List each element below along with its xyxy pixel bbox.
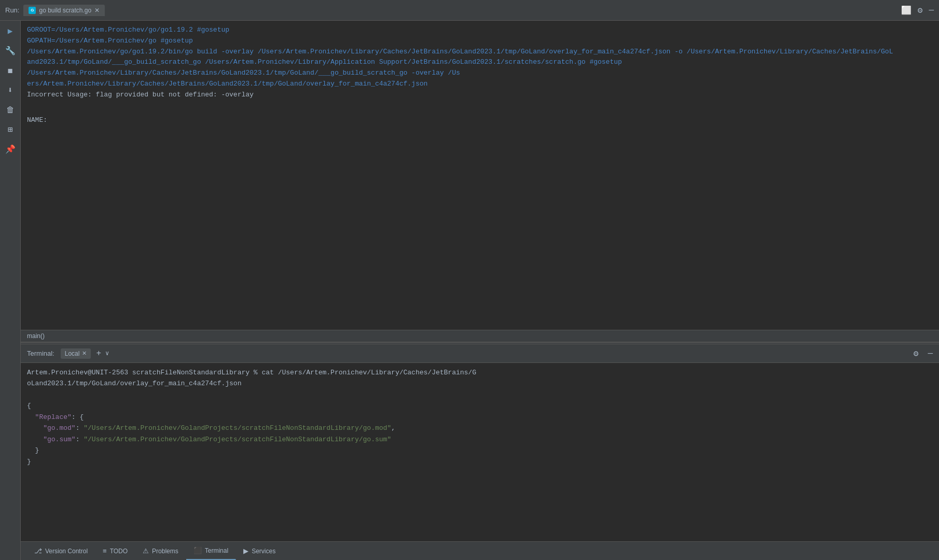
grid-sidebar-icon[interactable]: ⊞ — [4, 123, 17, 136]
run-sidebar-icon[interactable]: ▶ — [4, 25, 17, 37]
run-bar-controls: ⬜ ⚙ — — [901, 5, 934, 16]
terminal-tab-bar: Terminal: Local ✕ + ∨ ⚙ — — [21, 344, 939, 363]
go-file-icon: G — [29, 7, 36, 14]
terminal-json-close: } — [27, 456, 933, 467]
output-line-4: and2023.1/tmp/GoLand/___go_build_scratch… — [21, 57, 939, 68]
output-line-7: Incorrect Usage: flag provided but not d… — [21, 90, 939, 101]
terminal-tab-label: Local — [65, 350, 80, 357]
status-todo-label: TODO — [110, 548, 128, 555]
status-version-control-label: Version Control — [45, 548, 88, 555]
problems-icon: ⚠ — [143, 547, 149, 555]
terminal-line-2: oLand2023.1/tmp/GoLand/overlay_for_main_… — [27, 378, 933, 389]
terminal-dropdown-button[interactable]: ∨ — [105, 349, 109, 357]
wrench-sidebar-icon[interactable]: 🔧 — [4, 45, 17, 57]
status-problems-label: Problems — [152, 548, 178, 555]
output-line-6: ers/Artem.Pronichev/Library/Caches/JetBr… — [21, 79, 939, 90]
terminal-panel: Terminal: Local ✕ + ∨ ⚙ — Artem.Proniche… — [21, 344, 939, 541]
output-line-8 — [21, 101, 939, 111]
stack-frame-bar: main() — [21, 330, 939, 342]
terminal-icon: ⬛ — [194, 547, 202, 554]
status-services-label: Services — [252, 548, 275, 555]
services-icon: ▶ — [243, 547, 248, 555]
terminal-json-gomod: "go.mod": "/Users/Artem.Pronichev/Goland… — [27, 423, 933, 433]
status-version-control[interactable]: ⎇ Version Control — [27, 542, 95, 560]
status-problems[interactable]: ⚠ Problems — [135, 542, 186, 560]
delete-sidebar-icon[interactable]: 🗑 — [4, 104, 17, 116]
terminal-settings-button[interactable]: ⚙ — [914, 348, 919, 359]
run-output: GOROOT=/Users/Artem.Pronichev/go/go1.19.… — [21, 21, 939, 130]
pin-sidebar-icon[interactable]: 📌 — [4, 143, 17, 156]
status-bar: ⎇ Version Control ≡ TODO ⚠ Problems ⬛ Te… — [21, 541, 939, 560]
status-terminal[interactable]: ⬛ Terminal — [186, 542, 236, 560]
stop-sidebar-icon[interactable]: ◼ — [4, 64, 17, 77]
status-todo[interactable]: ≡ TODO — [95, 542, 135, 560]
run-tab[interactable]: G go build scratch.go ✕ — [23, 5, 105, 16]
terminal-label: Terminal: — [27, 349, 54, 357]
settings-button[interactable]: ⚙ — [918, 5, 923, 16]
terminal-tab-close-icon[interactable]: ✕ — [82, 350, 87, 357]
terminal-tab-local[interactable]: Local ✕ — [61, 348, 91, 359]
terminal-json-gosum: "go.sum": "/Users/Artem.Pronichev/Goland… — [27, 434, 933, 445]
output-line-9: NAME: — [21, 115, 939, 126]
version-control-icon: ⎇ — [34, 547, 42, 555]
output-line-5: /Users/Artem.Pronichev/Library/Caches/Je… — [21, 68, 939, 79]
terminal-json-open: { — [27, 400, 933, 411]
terminal-minimize-button[interactable]: — — [928, 349, 933, 358]
todo-icon: ≡ — [103, 547, 107, 555]
main-layout: ▶ 🔧 ◼ ⬇ 🗑 ⊞ 📌 GOROOT=/Users/Artem.Pronic… — [0, 21, 939, 560]
terminal-content: Artem.Pronichev@UNIT-2563 scratchFileNon… — [21, 363, 939, 541]
terminal-line-1: Artem.Pronichev@UNIT-2563 scratchFileNon… — [27, 367, 933, 378]
content-area: GOROOT=/Users/Artem.Pronichev/go/go1.19.… — [21, 21, 939, 560]
left-sidebar: ▶ 🔧 ◼ ⬇ 🗑 ⊞ 📌 — [0, 21, 21, 560]
output-line-3: /Users/Artem.Pronichev/go/go1.19.2/bin/g… — [21, 47, 939, 58]
add-terminal-button[interactable]: + — [96, 349, 101, 358]
output-line-1: GOROOT=/Users/Artem.Pronichev/go/go1.19.… — [21, 25, 939, 36]
terminal-json-replace-close: } — [27, 445, 933, 456]
output-line-2: GOPATH=/Users/Artem.Pronichev/go #gosetu… — [21, 36, 939, 47]
status-services[interactable]: ▶ Services — [236, 542, 283, 560]
run-tab-label: go build scratch.go — [39, 7, 91, 14]
run-bar: Run: G go build scratch.go ✕ ⬜ ⚙ — — [0, 0, 939, 21]
terminal-line-blank — [27, 389, 933, 400]
terminal-json-replace-key: "Replace": { — [27, 412, 933, 423]
run-output-wrapper: GOROOT=/Users/Artem.Pronichev/go/go1.19.… — [21, 21, 939, 330]
run-tab-close[interactable]: ✕ — [94, 7, 100, 14]
download-sidebar-icon[interactable]: ⬇ — [4, 84, 17, 96]
status-terminal-label: Terminal — [205, 547, 228, 554]
stack-frame-text: main() — [27, 332, 45, 340]
run-label: Run: — [5, 6, 19, 14]
minimize-button[interactable]: — — [929, 6, 934, 15]
maximize-button[interactable]: ⬜ — [901, 5, 912, 16]
